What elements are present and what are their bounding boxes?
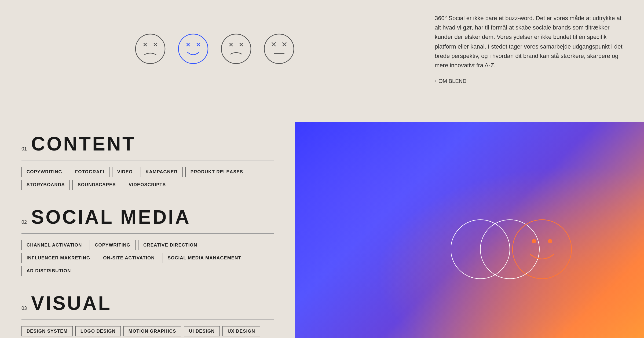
top-section: 360° Social er ikke bare et buzz-word. D… [0, 0, 644, 106]
tag-storyboards[interactable]: STORYBOARDS [21, 180, 70, 190]
tag-copywriting-2[interactable]: COPYWRITING [90, 240, 136, 250]
tag-soundscapes[interactable]: SOUNDSCAPES [72, 180, 121, 190]
tag-design-system[interactable]: DESIGN SYSTEM [21, 326, 73, 336]
smiley-icon-2-active [177, 33, 209, 65]
tag-videoscripts[interactable]: VIDEOSCRIPTS [124, 180, 171, 190]
emoji-row [0, 8, 429, 90]
tag-on-site-activation[interactable]: ON-SITE ACTIVATION [98, 253, 160, 263]
svg-point-0 [136, 34, 165, 64]
tag-video[interactable]: VIDEO [112, 167, 138, 177]
content-tags: COPYWRITING FOTOGRAFI VIDEO KAMPAGNER PR… [21, 167, 274, 190]
services-list: 01 CONTENT COPYWRITING FOTOGRAFI VIDEO K… [0, 122, 295, 338]
tag-copywriting-1[interactable]: COPYWRITING [21, 167, 67, 177]
tag-creative-direction[interactable]: CREATIVE DIRECTION [138, 240, 202, 250]
service-title-content: CONTENT [31, 133, 136, 155]
svg-point-23 [513, 220, 572, 279]
service-title-visual: VISUAL [31, 292, 112, 314]
service-block-visual: 03 VISUAL DESIGN SYSTEM LOGO DESIGN MOTI… [21, 292, 274, 338]
service-number-2: 02 [21, 219, 27, 225]
service-number-1: 01 [21, 146, 27, 152]
hero-smileys [451, 214, 590, 284]
svg-point-10 [221, 34, 251, 64]
tag-ad-distribution[interactable]: AD DISTRIBUTION [21, 266, 76, 276]
tag-produkt-releases[interactable]: PRODUKT RELEASES [185, 167, 248, 177]
tag-logo-design[interactable]: LOGO DESIGN [75, 326, 121, 336]
service-header-content: 01 CONTENT [21, 133, 274, 155]
svg-point-25 [548, 239, 552, 243]
service-block-social: 02 SOCIAL MEDIA CHANNEL ACTIVATION COPYW… [21, 206, 274, 276]
tag-fotografi[interactable]: FOTOGRAFI [70, 167, 109, 177]
tag-influencer-makreting[interactable]: INFLUENCER MAKRETING [21, 253, 95, 263]
service-number-3: 03 [21, 306, 27, 311]
service-title-social: SOCIAL MEDIA [31, 206, 191, 228]
smiley-icon-1 [134, 33, 166, 65]
om-blend-label: OM BLEND [438, 78, 466, 84]
chevron-right-icon: › [435, 78, 436, 84]
service-header-social: 02 SOCIAL MEDIA [21, 206, 274, 228]
service-divider-2 [21, 233, 274, 234]
service-divider-1 [21, 160, 274, 160]
om-blend-link[interactable]: › OM BLEND [435, 78, 628, 84]
tag-channel-activation[interactable]: CHANNEL ACTIVATION [21, 240, 87, 250]
svg-point-24 [532, 239, 536, 243]
right-text-block: 360° Social er ikke bare et buzz-word. D… [429, 8, 644, 90]
main-section: 01 CONTENT COPYWRITING FOTOGRAFI VIDEO K… [0, 106, 644, 338]
svg-point-5 [178, 34, 208, 64]
description-text: 360° Social er ikke bare et buzz-word. D… [435, 13, 628, 70]
service-header-visual: 03 VISUAL [21, 292, 274, 314]
service-divider-3 [21, 319, 274, 320]
smiley-icon-3 [220, 33, 252, 65]
tag-kampagner[interactable]: KAMPAGNER [141, 167, 183, 177]
service-block-content: 01 CONTENT COPYWRITING FOTOGRAFI VIDEO K… [21, 133, 274, 190]
hero-circles-svg [451, 214, 590, 284]
tag-ui-design[interactable]: UI DESIGN [184, 326, 220, 336]
tag-social-media-management[interactable]: SOCIAL MEDIA MANAGEMENT [163, 253, 246, 263]
smiley-icon-4 [263, 33, 295, 65]
tag-ux-design[interactable]: UX DESIGN [222, 326, 260, 336]
right-image-panel [295, 122, 644, 338]
tag-motion-graphics[interactable]: MOTION GRAPHICS [123, 326, 181, 336]
social-tags: CHANNEL ACTIVATION COPYWRITING CREATIVE … [21, 240, 274, 276]
hero-image [295, 122, 644, 338]
svg-point-15 [264, 34, 294, 64]
visual-tags: DESIGN SYSTEM LOGO DESIGN MOTION GRAPHIC… [21, 326, 274, 338]
